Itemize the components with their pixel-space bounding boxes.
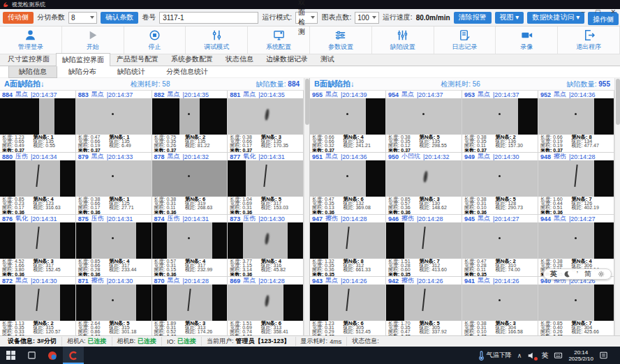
defect-image[interactable] <box>228 222 303 259</box>
start-button[interactable]: 开始 <box>62 26 124 54</box>
defect-image[interactable] <box>152 98 228 135</box>
defect-image[interactable] <box>228 285 303 321</box>
defect-cell[interactable]: 873 压伤 |20:14:30 长度: 3.77 宽度: 1.15 面积: 3… <box>228 215 304 277</box>
subtab-defect-distribution[interactable]: 缺陷分布 <box>59 66 106 77</box>
strip-count-select[interactable]: 8 <box>68 12 97 24</box>
defect-image[interactable] <box>310 222 385 259</box>
defect-cell[interactable]: 951 黑点 |20:14:36 长度: 0.47 宽度: 0.35 面积: 0… <box>310 153 386 215</box>
defect-image[interactable] <box>0 285 75 321</box>
defect-cell[interactable]: 870 黑点 |20:14:28 长度: 1.89 宽度: 0.31 面积: 0… <box>152 277 228 335</box>
defect-image[interactable] <box>462 285 538 321</box>
defect-image[interactable] <box>462 222 538 259</box>
moon-icon[interactable] <box>563 271 570 278</box>
defect-image[interactable] <box>386 98 462 135</box>
ime-keyboard-button[interactable] <box>554 351 563 360</box>
gear-icon[interactable] <box>598 271 605 278</box>
log-record-button[interactable]: 日志记录 <box>434 26 496 54</box>
login-button[interactable]: 管理登录 <box>0 26 62 54</box>
operate-side-button[interactable]: 操作侧 <box>588 13 619 25</box>
stop-button[interactable]: 停止 <box>124 26 186 54</box>
view-menu-button[interactable]: 视图 ▾ <box>495 12 524 24</box>
param-settings-button[interactable]: 参数设置 <box>310 26 372 54</box>
taskbar-clock[interactable]: 20:14 2025/2/10 <box>568 349 593 362</box>
defect-cell[interactable]: 948 擦伤 |20:14:28 长度: 1.60 宽度: 0.44 面积: 0… <box>538 153 614 215</box>
record-video-button[interactable]: 录像 <box>496 26 558 54</box>
panel-a-scrollbar[interactable] <box>304 78 309 335</box>
defect-image[interactable] <box>462 98 538 135</box>
defect-image[interactable] <box>0 160 75 197</box>
clear-alarm-button[interactable]: 清除报警 <box>454 12 492 24</box>
defect-image[interactable] <box>228 160 303 197</box>
defect-cell[interactable]: 945 黑点 |20:14:27 长度: 0.47 宽度: 0.28 面积: 0… <box>462 215 538 277</box>
defect-image[interactable] <box>228 98 303 135</box>
ime-punct-button[interactable]: ’ <box>577 271 578 278</box>
subtab-class-info-stats[interactable]: 分类信息统计 <box>156 66 218 77</box>
defect-cell[interactable]: 879 黑点 |20:14:33 长度: 0.38 宽度: 0.66 面积: 0… <box>76 153 152 215</box>
tab-size-monitor[interactable]: 尺寸监控界面 <box>1 52 56 66</box>
taskbar-app-vision-system[interactable] <box>63 347 84 364</box>
defect-image[interactable] <box>538 160 614 197</box>
subtab-defect-info[interactable]: 缺陷信息 <box>8 66 57 78</box>
defect-image[interactable] <box>538 285 614 321</box>
ime-language-button[interactable]: 英 <box>541 351 548 361</box>
tab-status-info[interactable]: 状态信息 <box>219 52 260 66</box>
defect-image[interactable] <box>152 160 228 197</box>
defect-cell[interactable]: 872 黑点 |20:14:30 长度: 1.13 宽度: 0.35 面积: 0… <box>0 277 76 335</box>
tray-expand-button[interactable]: ∧ <box>517 352 522 359</box>
defect-cell[interactable]: 871 擦伤 |20:14:30 长度: 2.64 宽度: 0.40 面积: 0… <box>76 277 152 335</box>
defect-image[interactable] <box>152 285 228 321</box>
scrollbar-thumb[interactable] <box>305 79 309 125</box>
defect-cell[interactable]: 952 黑点 |20:14:36 长度: 0.66 宽度: 0.19 面积: 0… <box>538 91 614 153</box>
defect-image[interactable] <box>0 222 75 259</box>
tab-edge-data-record[interactable]: 边缘数据记录 <box>260 52 314 66</box>
panel-b-scrollbar[interactable] <box>614 78 620 335</box>
defect-cell[interactable]: 953 黑点 |20:14:37 长度: 0.38 宽度: 0.35 面积: 0… <box>462 91 538 153</box>
defect-cell[interactable]: 875 压伤 |20:14:31 长度: 0.85 宽度: 0.66 面积: 0… <box>76 215 152 277</box>
defect-cell[interactable]: 940 擦伤 |20:14:26 长度: 0.85 宽度: 0.40 面积: 0… <box>538 277 614 335</box>
tab-test[interactable]: 测试 <box>314 52 341 66</box>
debug-mode-button[interactable]: 调试模式 <box>186 26 248 54</box>
chart-points-select[interactable]: 100 <box>355 12 379 24</box>
defect-cell[interactable]: 884 黑点 |20:14:37 长度: 1.23 宽度: 0.65 面积: 0… <box>0 91 76 153</box>
defect-cell[interactable]: 881 黑点 |20:14:35 长度: 0.38 宽度: 0.66 面积: 0… <box>228 91 304 153</box>
defect-settings-button[interactable]: 缺陷设置 <box>372 26 434 54</box>
roll-number-input[interactable] <box>159 12 258 24</box>
defect-image[interactable] <box>386 285 462 321</box>
task-view-button[interactable] <box>21 347 42 364</box>
defect-image[interactable] <box>538 222 614 259</box>
defect-image[interactable] <box>152 222 228 259</box>
tab-defect-monitor[interactable]: 缺陷监控界面 <box>56 53 110 66</box>
weather-widget[interactable]: 气温下降 <box>478 351 512 361</box>
volume-button[interactable] <box>527 351 536 360</box>
defect-cell[interactable]: 942 擦伤 |20:14:26 长度: 1.70 宽度: 0.35 面积: 0… <box>386 277 462 335</box>
taskbar-app-browser[interactable] <box>42 347 63 364</box>
defect-cell[interactable]: 947 擦伤 |20:14:28 长度: 1.32 宽度: 0.35 面积: 0… <box>310 215 386 277</box>
defect-image[interactable] <box>538 98 614 135</box>
defect-cell[interactable]: 950 小凹坑 |20:14:32 长度: 0.85 宽度: 0.57 面积: … <box>386 153 462 215</box>
defect-image[interactable] <box>462 160 538 197</box>
defect-cell[interactable]: 874 压伤 |20:14:31 长度: 0.57 宽度: 0.31 面积: 0… <box>152 215 228 277</box>
defect-cell[interactable]: 883 黑点 |20:14:37 长度: 0.47 宽度: 0.66 面积: 0… <box>76 91 152 153</box>
data-quick-access-button[interactable]: 数据快捷访问 ▾ <box>527 12 584 24</box>
subtab-defect-stats[interactable]: 缺陷统计 <box>108 66 155 77</box>
defect-cell[interactable]: 955 黑点 |20:14:39 长度: 0.66 宽度: 0.66 面积: 0… <box>310 91 386 153</box>
confirm-strips-button[interactable]: 确认条数 <box>101 12 138 24</box>
defect-cell[interactable]: 880 压伤 |20:14:34 长度: 0.85 宽度: 0.23 面积: 0… <box>0 153 76 215</box>
defect-image[interactable] <box>0 98 75 135</box>
defect-cell[interactable]: 869 黑点 |20:14:28 长度: 1.51 宽度: 0.69 面积: 0… <box>228 277 304 335</box>
defect-cell[interactable]: 954 黑点 |20:14:37 长度: 0.38 宽度: 0.35 面积: 0… <box>386 91 462 153</box>
defect-image[interactable] <box>76 98 152 135</box>
defect-cell[interactable]: 882 黑点 |20:14:35 长度: 0.75 宽度: 0.35 面积: 0… <box>152 91 228 153</box>
tab-product-model-config[interactable]: 产品型号配置 <box>110 52 165 66</box>
scrollbar-thumb[interactable] <box>616 79 620 125</box>
defect-image[interactable] <box>76 222 152 259</box>
exit-program-button[interactable]: 退出程序 <box>558 26 620 54</box>
defect-image[interactable] <box>76 160 152 197</box>
drive-side-button[interactable]: 传动侧 <box>3 12 34 24</box>
defect-image[interactable] <box>310 98 385 135</box>
ime-english-button[interactable]: 英 <box>550 269 557 279</box>
defect-cell[interactable]: 877 氧化 |20:14:31 长度: 1.04 宽度: 0.69 面积: 0… <box>228 153 304 215</box>
defect-cell[interactable]: 941 黑点 |20:14:26 长度: 0.38 宽度: 0.31 面积: 0… <box>462 277 538 335</box>
defect-image[interactable] <box>310 160 385 197</box>
defect-cell[interactable]: 944 黑点 |20:14:27 长度: 0.38 宽度: 0.28 面积: 0… <box>538 215 614 277</box>
